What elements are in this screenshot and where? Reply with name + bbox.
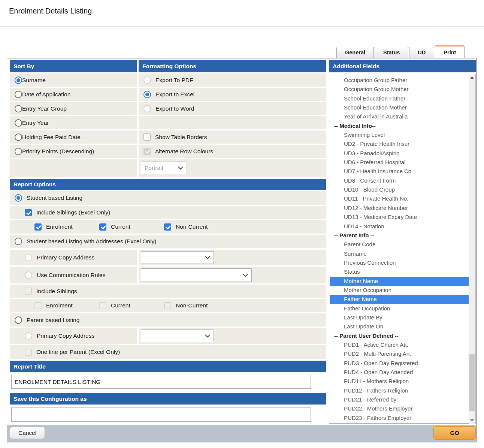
include-siblings-checkbox bbox=[25, 288, 32, 295]
radio-icon[interactable] bbox=[15, 91, 22, 98]
list-item[interactable]: Status bbox=[330, 267, 469, 276]
list-item[interactable]: Last Update On bbox=[330, 322, 469, 331]
list-item[interactable]: Previous Connection bbox=[330, 258, 469, 267]
save-config-input[interactable] bbox=[11, 408, 311, 422]
include-siblings-row: Include Siblings bbox=[10, 285, 326, 298]
radio-icon[interactable] bbox=[15, 133, 22, 141]
list-item[interactable]: PUD12 - Fathers Religion bbox=[330, 386, 469, 395]
student-listing-row: Student based Listing bbox=[10, 191, 326, 205]
sibling-type-label: Non-Current bbox=[176, 302, 208, 309]
alternate-row-colours-checkbox bbox=[143, 148, 151, 155]
list-item[interactable]: UD12 - Medicare Number bbox=[330, 204, 469, 213]
one-line-per-parent-label: One line per Parent (Excel Only) bbox=[36, 349, 120, 355]
sibling-type-option[interactable]: Enrolment bbox=[34, 223, 99, 231]
list-item[interactable]: PUD11 - Mothers Religion bbox=[330, 377, 469, 386]
list-item[interactable]: UD8 - Consent Form bbox=[330, 176, 469, 185]
list-item[interactable]: UD7 - Health Insurance Co bbox=[330, 167, 469, 176]
sort-option[interactable]: Entry Year Group bbox=[10, 102, 137, 115]
orientation-value: Portrait bbox=[145, 165, 163, 171]
list-item[interactable]: Mother Name bbox=[330, 277, 469, 286]
student-listing-addresses-radio[interactable] bbox=[15, 238, 22, 245]
export-excel-radio[interactable] bbox=[143, 91, 151, 98]
tab[interactable]: UD bbox=[409, 47, 434, 58]
include-siblings-label: Include Siblings bbox=[36, 288, 77, 295]
go-button[interactable]: GO bbox=[433, 426, 476, 440]
list-item[interactable]: Father Occupation bbox=[330, 304, 469, 313]
list-item[interactable]: UD11 - Private Health No. bbox=[330, 194, 469, 203]
checkbox-icon[interactable] bbox=[99, 223, 106, 231]
tab[interactable]: Status bbox=[375, 47, 408, 58]
radio-icon[interactable] bbox=[15, 76, 22, 84]
list-item[interactable]: -- Parent Info -- bbox=[330, 231, 469, 240]
list-item[interactable]: UD3 - Panadol/Aspirin bbox=[330, 149, 469, 158]
sort-option[interactable]: Surname bbox=[10, 73, 137, 87]
list-item[interactable]: UD10 - Blood Group bbox=[330, 185, 469, 194]
list-item[interactable]: Year of Arrival in Australia bbox=[330, 112, 469, 121]
list-item[interactable]: Occupation Group Mother bbox=[330, 85, 469, 94]
radio-icon[interactable] bbox=[15, 148, 22, 155]
show-table-borders-checkbox[interactable] bbox=[143, 133, 151, 141]
list-item[interactable]: Parent Code bbox=[330, 240, 469, 249]
list-item[interactable]: PUD3 - Open Day Registered bbox=[330, 359, 469, 368]
list-item[interactable]: Mother Occupation bbox=[330, 286, 469, 295]
sort-option[interactable]: Date of Application bbox=[10, 88, 137, 101]
use-communication-rules-radio bbox=[25, 271, 32, 279]
primary-copy-address-select[interactable] bbox=[141, 251, 214, 264]
cancel-button[interactable]: Cancel bbox=[10, 427, 45, 439]
list-item[interactable]: School Education Mother bbox=[330, 103, 469, 112]
scrollbar-thumb[interactable] bbox=[469, 354, 475, 411]
checkbox-icon[interactable] bbox=[164, 223, 171, 231]
sibling-type-option[interactable]: Current bbox=[99, 223, 164, 231]
orientation-select: Portrait bbox=[141, 162, 187, 174]
student-listing-addresses-row: Student based Listing with Addresses (Ex… bbox=[10, 235, 326, 248]
export-word-radio bbox=[143, 105, 151, 112]
parent-primary-copy-address-select[interactable] bbox=[141, 330, 214, 342]
tab[interactable]: General bbox=[336, 47, 374, 58]
list-item[interactable]: PUD22 - Mothers Employer bbox=[330, 404, 469, 413]
sort-option[interactable]: Priority Points (Descending) bbox=[10, 145, 137, 158]
radio-icon[interactable] bbox=[15, 119, 22, 127]
list-item[interactable]: UD6 - Preferred Hospital bbox=[330, 158, 469, 167]
tab-accesskey: G bbox=[345, 49, 349, 55]
student-listing-radio[interactable] bbox=[15, 194, 22, 202]
list-item[interactable]: Last Update By bbox=[330, 313, 469, 322]
parent-listing-radio[interactable] bbox=[15, 316, 22, 324]
list-item[interactable]: PUD23 - Fathers Employer bbox=[330, 414, 469, 423]
sort-option[interactable]: Holding Fee Paid Date bbox=[10, 130, 137, 144]
list-item[interactable]: Surname bbox=[330, 249, 469, 258]
scroll-down-button[interactable] bbox=[469, 417, 475, 424]
list-item[interactable]: Swimming Level bbox=[330, 130, 469, 139]
list-item[interactable]: School Education Father bbox=[330, 94, 469, 103]
export-word-row: Export to Word bbox=[139, 102, 326, 115]
report-title-input[interactable] bbox=[11, 375, 311, 389]
tab[interactable]: Print bbox=[435, 45, 465, 58]
include-siblings-excel-checkbox[interactable] bbox=[25, 209, 32, 216]
list-item[interactable]: -- Medical Info-- bbox=[330, 121, 469, 130]
tab-label: rint bbox=[447, 49, 456, 55]
list-item[interactable]: Father Name bbox=[330, 295, 469, 304]
chevron-down-icon bbox=[178, 166, 183, 170]
list-item[interactable]: PUD21 - Referred by: bbox=[330, 395, 469, 404]
list-item[interactable]: PUD2 - Multi Parenting Arr. bbox=[330, 349, 469, 358]
sort-option[interactable]: Entry Year bbox=[10, 116, 137, 129]
use-communication-rules-select[interactable] bbox=[141, 268, 252, 282]
list-item[interactable]: Occupation Group Father bbox=[330, 76, 469, 85]
export-pdf-label: Export To PDF bbox=[155, 77, 193, 84]
list-item[interactable]: UD13 - Medicare Expiry Date bbox=[330, 213, 469, 222]
list-item[interactable]: UD2 - Private Health Insur bbox=[330, 139, 469, 148]
list-item[interactable]: -- Parent User Defined -- bbox=[330, 331, 469, 340]
scroll-up-button[interactable] bbox=[469, 75, 475, 81]
arrow-up-icon bbox=[470, 76, 474, 79]
list-item[interactable]: PUD1 - Active Church Att. bbox=[330, 340, 469, 349]
list-item[interactable]: PUD4 - Open Day Attended bbox=[330, 368, 469, 377]
radio-icon[interactable] bbox=[15, 105, 22, 112]
scrollbar[interactable] bbox=[469, 75, 475, 424]
include-siblings-excel-row: Include Siblings (Excel Only) bbox=[10, 206, 326, 219]
checkbox-icon[interactable] bbox=[34, 223, 42, 231]
parent-primary-copy-address-radio bbox=[25, 332, 32, 340]
export-pdf-radio bbox=[143, 76, 151, 84]
report-options-header: Report Options bbox=[10, 179, 326, 190]
list-item[interactable]: UD14 - Notation bbox=[330, 222, 469, 231]
sibling-type-option[interactable]: Non-Current bbox=[164, 223, 208, 231]
use-communication-rules-field-row bbox=[139, 267, 326, 283]
